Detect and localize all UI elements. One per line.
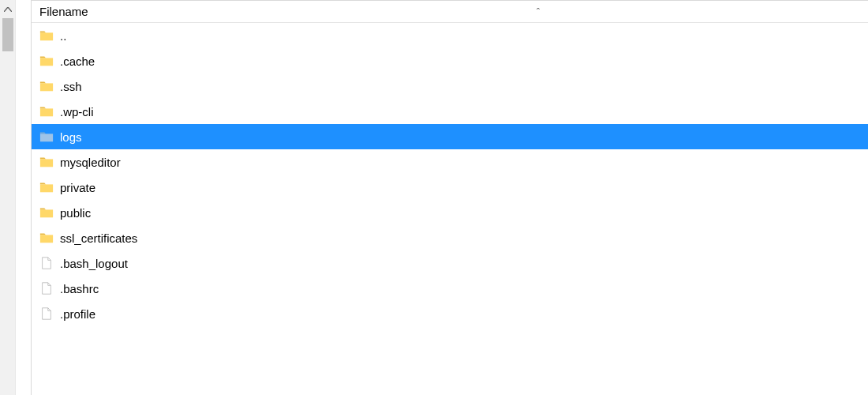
list-item[interactable]: .bash_logout (32, 250, 868, 276)
list-item[interactable]: .wp-cli (32, 99, 868, 124)
file-icon (39, 307, 54, 321)
list-item[interactable]: .. (32, 23, 868, 48)
sort-indicator-icon: ˆ (537, 2, 540, 24)
folder-icon (39, 130, 54, 144)
folder-icon (39, 155, 54, 169)
file-icon (39, 281, 54, 295)
file-icon (39, 256, 54, 270)
scroll-up-button[interactable] (1, 2, 15, 17)
filename-label: .bashrc (60, 282, 99, 295)
column-header-label: Filename (39, 5, 88, 18)
filename-label: .profile (60, 307, 95, 321)
file-browser: Filename ˆ ...cache.ssh.wp-clilogsmysqle… (0, 0, 868, 395)
folder-icon (39, 231, 54, 245)
folder-icon (39, 104, 54, 118)
filename-label: logs (60, 130, 82, 144)
filename-label: public (60, 206, 91, 220)
filename-label: .wp-cli (60, 105, 94, 118)
left-gutter (16, 0, 32, 395)
folder-icon (39, 28, 54, 43)
list-item[interactable]: mysqleditor (32, 149, 868, 175)
list-item[interactable]: .ssh (32, 73, 868, 99)
folder-icon (39, 205, 54, 220)
list-item[interactable]: .profile (32, 301, 868, 326)
list-item[interactable]: ssl_certificates (32, 225, 868, 250)
file-list: ...cache.ssh.wp-clilogsmysqleditorprivat… (32, 23, 868, 395)
file-list-panel: Filename ˆ ...cache.ssh.wp-clilogsmysqle… (32, 0, 868, 395)
folder-icon (39, 54, 54, 68)
scroll-thumb[interactable] (2, 18, 13, 51)
filename-label: .cache (60, 55, 95, 68)
left-scrollbar[interactable] (0, 0, 16, 395)
filename-label: .bash_logout (60, 257, 128, 270)
list-item[interactable]: .cache (32, 48, 868, 73)
filename-label: private (60, 181, 95, 194)
list-item[interactable]: private (32, 175, 868, 200)
filename-label: .. (60, 29, 66, 43)
filename-label: mysqleditor (60, 156, 121, 169)
list-item[interactable]: public (32, 200, 868, 225)
list-item[interactable]: .bashrc (32, 276, 868, 301)
folder-icon (39, 180, 54, 194)
folder-icon (39, 79, 54, 93)
filename-label: .ssh (60, 80, 82, 93)
column-header-filename[interactable]: Filename ˆ (32, 1, 868, 23)
filename-label: ssl_certificates (60, 231, 137, 245)
list-item[interactable]: logs (32, 124, 868, 149)
